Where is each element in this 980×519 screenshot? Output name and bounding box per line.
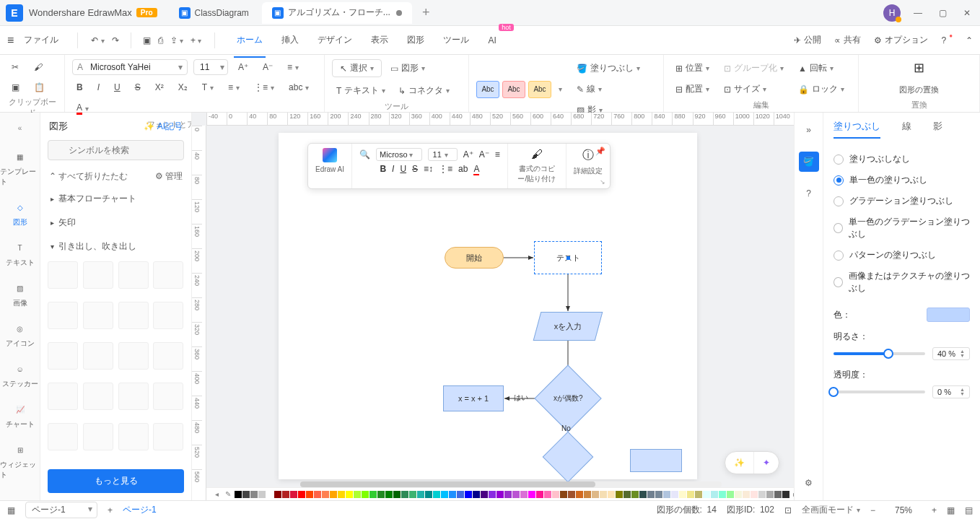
palette-color[interactable] <box>496 491 504 498</box>
connector-tool-button[interactable]: ↳ コネクタ ▾ <box>394 82 454 100</box>
fullscreen-button[interactable]: 全画面モード ▾ <box>802 504 860 516</box>
fill-panel-button[interactable]: 🪣 <box>799 152 819 172</box>
flowchart-process-node[interactable]: x = x + 1 <box>443 385 504 411</box>
palette-color[interactable] <box>433 491 440 498</box>
palette-color[interactable] <box>314 491 321 498</box>
mini-bold[interactable]: B <box>380 164 386 174</box>
palette-color[interactable] <box>250 491 258 498</box>
palette-color[interactable] <box>274 491 281 498</box>
palette-color[interactable] <box>568 491 575 498</box>
style-preset-1[interactable]: Abc <box>476 81 499 98</box>
fill-option-pattern[interactable]: パターンの塗りつぶし <box>834 245 970 266</box>
palette-color[interactable] <box>751 491 758 498</box>
palette-color[interactable] <box>520 491 528 498</box>
tab-home[interactable]: ホーム <box>234 28 266 52</box>
palette-color[interactable] <box>362 491 369 498</box>
flowchart-rect-node[interactable] <box>630 449 682 472</box>
palette-color[interactable] <box>600 491 607 498</box>
palette-color[interactable] <box>385 491 393 498</box>
shape-tool-button[interactable]: ▭ 図形 ▾ <box>386 59 429 77</box>
copy-button[interactable]: ▣ <box>7 79 24 95</box>
palette-prev[interactable]: ◂ <box>212 490 222 498</box>
prop-tab-line[interactable]: 線 <box>902 120 911 139</box>
palette-color[interactable] <box>695 491 702 498</box>
palette-color[interactable] <box>560 491 567 498</box>
fill-option-gradient[interactable]: グラデーション塗りつぶし <box>834 191 970 211</box>
palette-color[interactable] <box>504 491 512 498</box>
flowchart-start-node[interactable]: 開始 <box>445 247 504 269</box>
palette-next[interactable]: ▸ <box>790 490 794 498</box>
mini-increase-font[interactable]: A⁺ <box>463 149 473 160</box>
palette-color[interactable] <box>489 491 496 498</box>
float-launcher[interactable]: ↘ <box>600 178 605 186</box>
palette-color[interactable] <box>235 491 242 498</box>
palette-color[interactable] <box>354 491 361 498</box>
palette-color[interactable] <box>258 491 266 498</box>
shape-thumb[interactable] <box>118 342 149 370</box>
subscript-button[interactable]: X₂ <box>174 79 192 95</box>
ai-symbol-button[interactable]: ✨AI記号 <box>144 121 183 133</box>
fill-option-solid-gradient[interactable]: 単一色のグラデーション塗りつぶし <box>834 211 970 245</box>
shape-thumb[interactable] <box>118 261 149 289</box>
palette-color[interactable] <box>584 491 591 498</box>
collapse-sidebar-button[interactable]: « <box>14 120 27 136</box>
flowchart-test-node-selected[interactable]: テスト <box>534 241 602 274</box>
undo-button[interactable]: ↶ ▾ <box>91 35 104 45</box>
mini-align[interactable]: ≡ <box>495 149 500 160</box>
flowchart-input-node[interactable]: xを入力 <box>533 312 603 341</box>
palette-color[interactable] <box>671 491 678 498</box>
fill-button[interactable]: 🪣 塗りつぶし ▾ <box>572 59 644 77</box>
palette-color[interactable] <box>608 491 615 498</box>
shape-thumb[interactable] <box>118 423 149 450</box>
new-tab-button[interactable]: + <box>415 5 437 20</box>
tab-insert[interactable]: 挿入 <box>279 28 302 52</box>
sidebar-item-image[interactable]: ▨画像 <box>13 281 27 308</box>
user-avatar[interactable]: H <box>883 4 901 22</box>
palette-color[interactable] <box>425 491 432 498</box>
palette-color[interactable] <box>655 491 662 498</box>
shape-thumb[interactable] <box>153 383 183 410</box>
shape-thumb[interactable] <box>48 342 78 370</box>
palette-color[interactable] <box>711 491 718 498</box>
tab-display[interactable]: 表示 <box>368 28 391 52</box>
palette-color[interactable] <box>536 491 543 498</box>
page-selector[interactable]: ページ-1 <box>25 502 97 518</box>
palette-color[interactable] <box>409 491 416 498</box>
minimize-button[interactable]: — <box>911 6 925 20</box>
italic-button[interactable]: I <box>93 79 104 95</box>
group-button[interactable]: ⊡ グループ化 ▾ <box>719 59 788 77</box>
expand-panel-button[interactable]: » <box>799 120 819 140</box>
align-button[interactable]: ≡ ▾ <box>283 59 303 75</box>
page-layout-button[interactable]: ▦ <box>7 505 15 515</box>
mini-case[interactable]: ab <box>458 164 468 174</box>
shape-search-field[interactable] <box>69 145 178 155</box>
category-arrow[interactable]: 矢印 <box>40 211 191 235</box>
shape-thumb[interactable] <box>153 261 183 289</box>
palette-color[interactable] <box>576 491 583 498</box>
canvas-area[interactable]: -400408012016020024028032036040044048052… <box>192 113 794 500</box>
flowchart-decision-node[interactable]: xが偶数? <box>534 365 601 432</box>
more-shapes-button[interactable]: もっと見る <box>48 469 184 493</box>
line-style-button[interactable]: ✎ 線 ▾ <box>572 80 644 98</box>
shape-search-input[interactable] <box>48 140 184 160</box>
shape-thumb[interactable] <box>83 423 113 450</box>
mini-underline[interactable]: U <box>400 164 406 174</box>
tab-ai[interactable]: AI hot <box>485 30 499 51</box>
palette-color[interactable] <box>592 491 599 498</box>
fill-option-solid[interactable]: 単一色の塗りつぶし <box>834 170 970 191</box>
edraw-ai-button[interactable]: Edraw AI <box>315 165 344 173</box>
pin-button[interactable]: 📌 <box>595 147 605 156</box>
palette-color[interactable] <box>647 491 655 498</box>
fill-option-image[interactable]: 画像またはテクスチャの塗りつぶし <box>834 266 970 299</box>
maximize-button[interactable]: ▢ <box>935 6 950 20</box>
sidebar-item-sticker[interactable]: ☺ステッカー <box>2 362 38 389</box>
eyedropper-icon[interactable]: ✎ <box>222 490 234 498</box>
shape-thumb[interactable] <box>153 423 183 450</box>
tab-tool[interactable]: ツール <box>440 28 472 52</box>
hamburger-icon[interactable]: ≡ <box>7 34 14 47</box>
palette-color[interactable] <box>306 491 313 498</box>
palette-color[interactable] <box>282 491 289 498</box>
file-menu[interactable]: ファイル <box>18 31 64 49</box>
grid-toggle[interactable]: ▤ <box>965 505 973 515</box>
palette-color[interactable] <box>266 491 274 498</box>
